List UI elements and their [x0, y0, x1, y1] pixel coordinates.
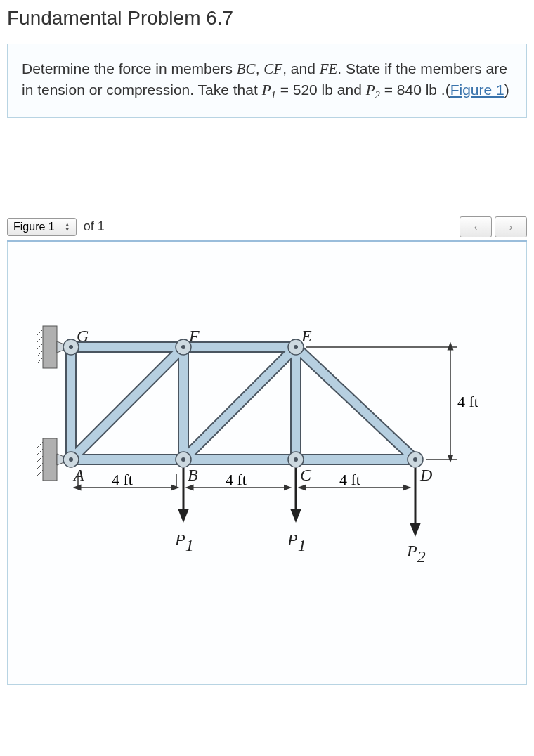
svg-point-48 [69, 457, 73, 462]
svg-marker-53 [178, 509, 189, 523]
p1-sub: 1 [271, 90, 275, 101]
svg-line-8 [37, 442, 43, 448]
svg-line-1 [37, 330, 43, 335]
svg-line-35 [296, 347, 415, 460]
dim2: 4 ft [226, 471, 247, 488]
svg-line-37 [183, 347, 296, 460]
dim-h: 4 ft [457, 393, 478, 410]
txt: ) [504, 82, 509, 98]
member-bc: BC [237, 60, 256, 77]
p2-symbol: P [366, 82, 375, 98]
figure-link[interactable]: Figure 1 [450, 82, 504, 98]
dim-BC: 4 ft [190, 471, 289, 488]
svg-point-46 [181, 345, 185, 349]
load-P1a: P1 [174, 530, 194, 554]
figure-select-label: Figure 1 [13, 221, 55, 233]
p2-val: = 840 lb .( [380, 82, 450, 98]
txt: , and [282, 60, 320, 77]
svg-line-3 [37, 344, 43, 349]
svg-line-9 [37, 449, 43, 455]
svg-marker-57 [410, 523, 421, 537]
txt: Determine the force in members [22, 60, 237, 77]
figure-select[interactable]: Figure 1 ▲▼ [7, 218, 77, 236]
dim1: 4 ft [112, 471, 133, 488]
load-P1b: P1 [287, 530, 306, 554]
problem-statement: Determine the force in members BC, CF, a… [7, 44, 527, 118]
svg-rect-7 [43, 438, 57, 481]
dim-CD: 4 ft [303, 471, 408, 488]
svg-line-5 [37, 358, 43, 363]
svg-marker-55 [290, 509, 301, 523]
label-F: F [188, 327, 200, 345]
label-G: G [77, 327, 89, 345]
svg-line-12 [37, 470, 43, 476]
svg-point-45 [69, 345, 73, 349]
svg-line-4 [37, 351, 43, 356]
label-D: D [419, 466, 432, 484]
member-cf: CF [263, 60, 282, 77]
svg-point-47 [294, 345, 298, 349]
txt: , [256, 60, 264, 77]
svg-line-10 [37, 456, 43, 462]
label-E: E [301, 327, 312, 345]
dim-AB: 4 ft [78, 471, 176, 488]
page-title: Fundamental Problem 6.7 [7, 7, 527, 30]
figure-count: of 1 [84, 219, 105, 234]
figure-toolbar: Figure 1 ▲▼ of 1 ‹ › [7, 216, 527, 242]
truss-diagram: G F E A B C D P1 P1 P2 4 ft 4 ft 4 ft 4 … [22, 263, 514, 628]
p1-symbol: P [262, 82, 271, 98]
svg-point-50 [294, 457, 298, 462]
stepper-icon: ▲▼ [65, 222, 70, 232]
svg-line-11 [37, 463, 43, 469]
member-fe: FE [320, 60, 338, 77]
svg-point-49 [181, 457, 185, 462]
label-C: C [300, 466, 312, 484]
next-figure-button[interactable]: › [495, 216, 527, 237]
load-P2: P2 [406, 542, 426, 566]
svg-line-2 [37, 337, 43, 342]
dim3: 4 ft [339, 471, 360, 488]
svg-point-51 [413, 457, 417, 462]
label-B: B [188, 466, 198, 484]
force-P2-at-D [410, 468, 421, 537]
p2-sub: 2 [375, 90, 380, 101]
p1-val: = 520 lb and [276, 82, 366, 98]
figure-panel: G F E A B C D P1 P1 P2 4 ft 4 ft 4 ft 4 … [7, 242, 527, 685]
svg-line-36 [71, 347, 183, 460]
svg-rect-0 [43, 326, 57, 368]
prev-figure-button[interactable]: ‹ [460, 216, 492, 237]
